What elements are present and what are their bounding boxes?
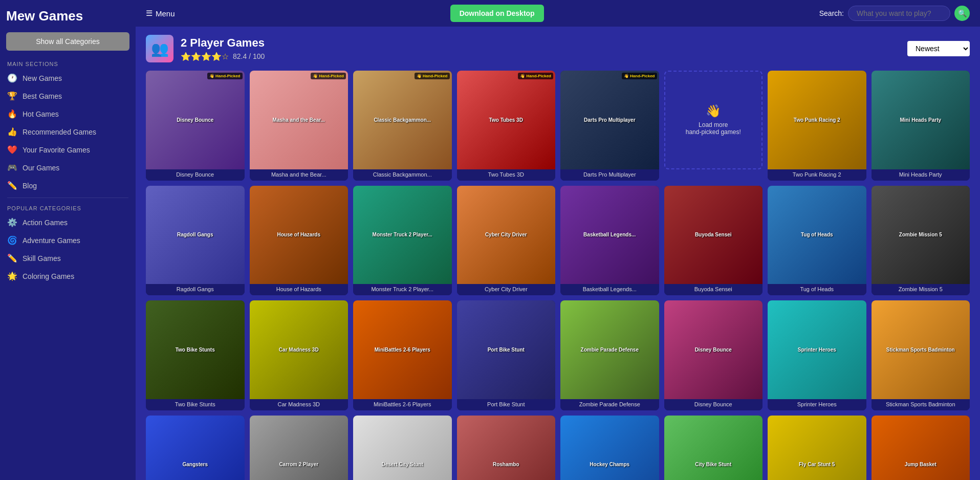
sidebar-item-action-games[interactable]: ⚙️ Action Games bbox=[0, 213, 136, 231]
category-score: 82.4 / 100 bbox=[233, 52, 265, 60]
sidebar-item-new-games[interactable]: 🕐 New Games bbox=[0, 69, 136, 87]
game-thumb-title-minibattles: MiniBattles 2-6 Players bbox=[373, 345, 432, 355]
game-card-two-punk-racing[interactable]: Two Punk Racing 2Two Punk Racing 2 bbox=[768, 71, 866, 181]
game-card-minibattles[interactable]: MiniBattles 2-6 PlayersMiniBattles 2-6 P… bbox=[353, 300, 452, 410]
menu-label: Menu bbox=[156, 9, 175, 18]
content-area: 👥 2 Player Games ⭐⭐⭐⭐☆ 82.4 / 100 Newest… bbox=[136, 27, 980, 480]
best-games-label: Best Games bbox=[23, 92, 62, 100]
game-card-darts-pro[interactable]: 👋 Hand-PickedDarts Pro MultiplayerDarts … bbox=[560, 71, 659, 181]
game-thumb-title-sprinter-heroes: Sprinter Heroes bbox=[796, 345, 838, 355]
game-card-city-bike-stunt[interactable]: City Bike StuntCity Bike Stunt bbox=[664, 416, 763, 481]
show-all-categories-button[interactable]: Show all Categories bbox=[6, 32, 129, 51]
action-games-icon: ⚙️ bbox=[7, 217, 17, 227]
game-label-port-bike-stunt: Port Bike Stunt bbox=[457, 399, 556, 410]
game-card-buyoda-sensei[interactable]: Buyoda SenseiBuyoda Sensei bbox=[664, 186, 763, 296]
game-label-disney-bounce: Disney Bounce bbox=[146, 169, 245, 181]
game-card-ragdoll-gangs[interactable]: Ragdoll GangsRagdoll Gangs bbox=[146, 186, 245, 296]
game-card-jump-basket[interactable]: Jump BasketJump Basket bbox=[872, 416, 970, 481]
game-thumb-title-gangsters: Gangsters bbox=[181, 460, 210, 469]
game-card-house-of-hazards[interactable]: House of HazardsHouse of Hazards bbox=[250, 186, 349, 296]
game-card-mini-heads-party[interactable]: Mini Heads PartyMini Heads Party bbox=[872, 71, 970, 181]
game-card-sprinter-heroes[interactable]: Sprinter HeroesSprinter Heroes bbox=[768, 300, 866, 410]
game-card-zombie-mission-5[interactable]: Zombie Mission 5Zombie Mission 5 bbox=[872, 186, 970, 296]
game-thumb-title-hockey-champs: Hockey Champs bbox=[587, 460, 631, 469]
game-card-roshambo[interactable]: RoshamboRoshambo bbox=[457, 416, 556, 481]
adventure-games-icon: 🌀 bbox=[7, 235, 17, 245]
game-card-monster-truck-2[interactable]: Monster Truck 2 Player...Monster Truck 2… bbox=[353, 186, 452, 296]
game-card-two-tubes-3d[interactable]: 👋 Hand-PickedTwo Tubes 3DTwo Tubes 3D bbox=[457, 71, 556, 181]
game-thumb-title-ragdoll-gangs: Ragdoll Gangs bbox=[175, 230, 215, 239]
blog-label: Blog bbox=[23, 182, 37, 190]
game-card-basketball-legends[interactable]: Basketball Legends...Basketball Legends.… bbox=[560, 186, 659, 296]
game-card-disney-bounce[interactable]: 👋 Hand-PickedDisney BounceDisney Bounce bbox=[146, 71, 245, 181]
game-label-house-of-hazards: House of Hazards bbox=[250, 284, 349, 295]
game-thumb-title-disney-bounce: Disney Bounce bbox=[175, 115, 215, 125]
game-label-tug-of-heads: Tug of Heads bbox=[768, 284, 866, 295]
game-thumb-title-cyber-city-driver: Cyber City Driver bbox=[483, 230, 529, 239]
game-thumb-title-fly-car-stunt-5: Fly Car Stunt 5 bbox=[797, 460, 837, 469]
game-thumb-title-masha-bear: Masha and the Bear... bbox=[271, 115, 327, 125]
game-thumb-title-city-bike-stunt: City Bike Stunt bbox=[693, 460, 733, 469]
load-more-button[interactable]: 👋 Load more hand-picked games! bbox=[664, 71, 763, 169]
game-thumb-title-two-punk-racing: Two Punk Racing 2 bbox=[792, 115, 842, 125]
sort-select[interactable]: NewestMost PlayedTop Rated bbox=[907, 41, 970, 56]
sidebar-item-coloring-games[interactable]: 🌟 Coloring Games bbox=[0, 267, 136, 285]
game-card-classic-backgammon[interactable]: 👋 Hand-PickedClassic Backgammon...Classi… bbox=[353, 71, 452, 181]
game-thumb-title-two-bike-stunts: Two Bike Stunts bbox=[173, 345, 217, 355]
sidebar-item-skill-games[interactable]: ✏️ Skill Games bbox=[0, 249, 136, 267]
sidebar-main-items: 🕐 New Games 🏆 Best Games 🔥 Hot Games 👍 R… bbox=[0, 69, 136, 194]
sidebar-item-best-games[interactable]: 🏆 Best Games bbox=[0, 87, 136, 105]
category-info: 2 Player Games ⭐⭐⭐⭐☆ 82.4 / 100 bbox=[181, 36, 265, 61]
game-card-carrom-2-player[interactable]: Carrom 2 PlayerCarrom 2 Player bbox=[250, 416, 349, 481]
topbar: ☰ Menu Download on Desktop Search: 🔍 bbox=[136, 0, 980, 27]
category-title: 2 Player Games bbox=[181, 36, 265, 50]
sidebar: Mew Games Show all Categories MAIN SECTI… bbox=[0, 0, 136, 480]
game-label-masha-bear: Masha and the Bear... bbox=[250, 169, 349, 181]
game-thumb-title-mini-heads-party: Mini Heads Party bbox=[898, 115, 943, 125]
best-games-icon: 🏆 bbox=[7, 91, 17, 101]
game-card-gangsters[interactable]: GangstersGangsters bbox=[146, 416, 245, 481]
game-card-zombie-parade[interactable]: Zombie Parade DefenseZombie Parade Defen… bbox=[560, 300, 659, 410]
game-label-buyoda-sensei: Buyoda Sensei bbox=[664, 284, 763, 295]
your-favorite-games-label: Your Favorite Games bbox=[23, 146, 90, 154]
search-input[interactable] bbox=[848, 6, 950, 21]
sidebar-item-adventure-games[interactable]: 🌀 Adventure Games bbox=[0, 231, 136, 249]
sidebar-item-your-favorite-games[interactable]: ❤️ Your Favorite Games bbox=[0, 141, 136, 159]
our-games-label: Our Games bbox=[23, 164, 59, 172]
game-label-minibattles: MiniBattles 2-6 Players bbox=[353, 399, 452, 410]
sidebar-divider bbox=[7, 198, 128, 198]
game-thumb-title-roshambo: Roshambo bbox=[491, 460, 521, 469]
sidebar-item-blog[interactable]: ✏️ Blog bbox=[0, 177, 136, 194]
hand-picked-badge: 👋 Hand-Picked bbox=[311, 73, 346, 79]
hand-picked-badge: 👋 Hand-Picked bbox=[415, 73, 450, 79]
game-card-disney-bounce-2[interactable]: Disney BounceDisney Bounce bbox=[664, 300, 763, 410]
game-card-port-bike-stunt[interactable]: Port Bike StuntPort Bike Stunt bbox=[457, 300, 556, 410]
hot-games-label: Hot Games bbox=[23, 110, 59, 118]
game-card-fly-car-stunt-5[interactable]: Fly Car Stunt 5Fly Car Stunt 5 bbox=[768, 416, 866, 481]
game-label-two-bike-stunts: Two Bike Stunts bbox=[146, 399, 245, 410]
game-card-two-bike-stunts[interactable]: Two Bike StuntsTwo Bike Stunts bbox=[146, 300, 245, 410]
game-card-desert-city-stunt[interactable]: Desert City StuntDesert City Stunt bbox=[353, 416, 452, 481]
game-card-hockey-champs[interactable]: Hockey ChampsHockey Champs bbox=[560, 416, 659, 481]
game-label-two-tubes-3d: Two Tubes 3D bbox=[457, 169, 556, 181]
game-card-cyber-city-driver[interactable]: Cyber City DriverCyber City Driver bbox=[457, 186, 556, 296]
hot-games-icon: 🔥 bbox=[7, 109, 17, 119]
game-card-masha-bear[interactable]: 👋 Hand-PickedMasha and the Bear...Masha … bbox=[250, 71, 349, 181]
download-desktop-button[interactable]: Download on Desktop bbox=[450, 5, 544, 22]
game-thumb-title-stickman-sports: Stickman Sports Badminton bbox=[884, 345, 957, 355]
menu-button[interactable]: ☰ Menu bbox=[146, 9, 175, 18]
sidebar-item-hot-games[interactable]: 🔥 Hot Games bbox=[0, 105, 136, 123]
game-thumb-title-basketball-legends: Basketball Legends... bbox=[581, 230, 638, 239]
game-label-zombie-parade: Zombie Parade Defense bbox=[560, 399, 659, 410]
sidebar-item-our-games[interactable]: 🎮 Our Games bbox=[0, 159, 136, 177]
search-button[interactable]: 🔍 bbox=[954, 6, 970, 21]
game-card-stickman-sports[interactable]: Stickman Sports BadmintonStickman Sports… bbox=[872, 300, 970, 410]
game-card-car-madness-3d[interactable]: Car Madness 3DCar Madness 3D bbox=[250, 300, 349, 410]
category-header: 👥 2 Player Games ⭐⭐⭐⭐☆ 82.4 / 100 Newest… bbox=[146, 35, 970, 62]
game-thumb-title-zombie-parade: Zombie Parade Defense bbox=[579, 345, 641, 355]
hand-picked-badge: 👋 Hand-Picked bbox=[518, 73, 553, 79]
sidebar-item-recommended-games[interactable]: 👍 Recommended Games bbox=[0, 123, 136, 141]
game-label-classic-backgammon: Classic Backgammon... bbox=[353, 169, 452, 181]
game-thumb-title-classic-backgammon: Classic Backgammon... bbox=[372, 115, 433, 125]
game-card-tug-of-heads[interactable]: Tug of HeadsTug of Heads bbox=[768, 186, 866, 296]
